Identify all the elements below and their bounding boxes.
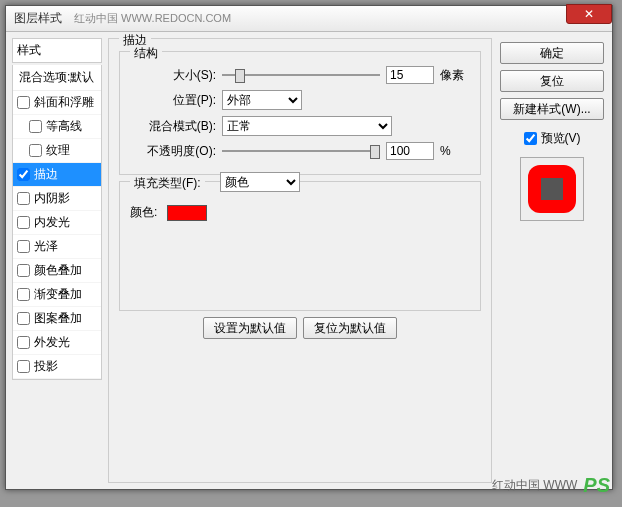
style-checkbox[interactable] (17, 360, 30, 373)
cancel-button[interactable]: 复位 (500, 70, 604, 92)
style-checkbox[interactable] (17, 216, 30, 229)
blendmode-label: 混合模式(B): (130, 118, 216, 135)
preview-icon (524, 161, 580, 217)
color-row: 颜色: (130, 204, 470, 221)
size-unit: 像素 (440, 67, 470, 84)
style-checkbox[interactable] (29, 144, 42, 157)
style-label: 内阴影 (34, 190, 70, 207)
style-label: 描边 (34, 166, 58, 183)
style-checkbox[interactable] (17, 192, 30, 205)
settings-column: 描边 结构 大小(S): 像素 位置(P): 外部 (108, 38, 492, 483)
footer-watermark: 红动中国 WWW PS (492, 474, 610, 497)
position-row: 位置(P): 外部 (130, 90, 470, 110)
size-slider[interactable] (222, 66, 380, 84)
style-item-1[interactable]: 等高线 (13, 115, 101, 139)
dialog-body: 样式 混合选项:默认 斜面和浮雕等高线纹理描边内阴影内发光光泽颜色叠加渐变叠加图… (6, 32, 612, 489)
style-label: 渐变叠加 (34, 286, 82, 303)
preview-checkbox[interactable] (524, 132, 537, 145)
style-checkbox[interactable] (17, 336, 30, 349)
default-buttons: 设置为默认值 复位为默认值 (119, 317, 481, 339)
style-label: 颜色叠加 (34, 262, 82, 279)
filltype-select[interactable]: 颜色 (220, 172, 300, 192)
position-select[interactable]: 外部 (222, 90, 302, 110)
style-item-6[interactable]: 光泽 (13, 235, 101, 259)
titlebar[interactable]: 图层样式 红动中国 WWW.REDOCN.COM ✕ (6, 6, 612, 32)
structure-group: 结构 大小(S): 像素 位置(P): 外部 (119, 51, 481, 175)
color-swatch[interactable] (167, 205, 207, 221)
style-label: 纹理 (46, 142, 70, 159)
style-item-2[interactable]: 纹理 (13, 139, 101, 163)
style-item-11[interactable]: 投影 (13, 355, 101, 379)
style-item-10[interactable]: 外发光 (13, 331, 101, 355)
style-checkbox[interactable] (17, 312, 30, 325)
style-item-3[interactable]: 描边 (13, 163, 101, 187)
style-label: 等高线 (46, 118, 82, 135)
structure-title: 结构 (130, 45, 162, 62)
color-label: 颜色: (130, 204, 157, 221)
style-label: 光泽 (34, 238, 58, 255)
blendmode-select[interactable]: 正常 (222, 116, 392, 136)
new-style-button[interactable]: 新建样式(W)... (500, 98, 604, 120)
style-checkbox[interactable] (29, 120, 42, 133)
style-checkbox[interactable] (17, 168, 30, 181)
preview-checkbox-row[interactable]: 预览(V) (524, 130, 581, 147)
layer-style-dialog: 图层样式 红动中国 WWW.REDOCN.COM ✕ 样式 混合选项:默认 斜面… (5, 5, 613, 490)
blendmode-row: 混合模式(B): 正常 (130, 116, 470, 136)
size-row: 大小(S): 像素 (130, 66, 470, 84)
close-button[interactable]: ✕ (566, 4, 612, 24)
style-checkbox[interactable] (17, 240, 30, 253)
style-checkbox[interactable] (17, 264, 30, 277)
opacity-slider[interactable] (222, 142, 380, 160)
set-default-button[interactable]: 设置为默认值 (203, 317, 297, 339)
styles-list: 混合选项:默认 斜面和浮雕等高线纹理描边内阴影内发光光泽颜色叠加渐变叠加图案叠加… (12, 65, 102, 380)
reset-default-button[interactable]: 复位为默认值 (303, 317, 397, 339)
style-item-8[interactable]: 渐变叠加 (13, 283, 101, 307)
style-label: 投影 (34, 358, 58, 375)
close-icon: ✕ (584, 7, 594, 21)
filltype-label: 填充类型(F): (130, 175, 205, 192)
styles-column: 样式 混合选项:默认 斜面和浮雕等高线纹理描边内阴影内发光光泽颜色叠加渐变叠加图… (12, 38, 102, 483)
titlebar-watermark: 红动中国 WWW.REDOCN.COM (74, 11, 231, 26)
style-label: 斜面和浮雕 (34, 94, 94, 111)
preview-thumbnail (520, 157, 584, 221)
style-label: 内发光 (34, 214, 70, 231)
opacity-input[interactable] (386, 142, 434, 160)
opacity-unit: % (440, 144, 470, 158)
ok-button[interactable]: 确定 (500, 42, 604, 64)
preview-label: 预览(V) (541, 130, 581, 147)
position-label: 位置(P): (130, 92, 216, 109)
action-column: 确定 复位 新建样式(W)... 预览(V) (498, 38, 606, 483)
svg-rect-1 (541, 178, 563, 200)
fill-group: 填充类型(F): 颜色 颜色: (119, 181, 481, 311)
style-item-9[interactable]: 图案叠加 (13, 307, 101, 331)
style-label: 外发光 (34, 334, 70, 351)
style-item-5[interactable]: 内发光 (13, 211, 101, 235)
style-checkbox[interactable] (17, 288, 30, 301)
style-checkbox[interactable] (17, 96, 30, 109)
opacity-row: 不透明度(O): % (130, 142, 470, 160)
window-title: 图层样式 (14, 10, 62, 27)
style-item-0[interactable]: 斜面和浮雕 (13, 91, 101, 115)
size-input[interactable] (386, 66, 434, 84)
style-label: 图案叠加 (34, 310, 82, 327)
style-item-4[interactable]: 内阴影 (13, 187, 101, 211)
blending-options[interactable]: 混合选项:默认 (13, 65, 101, 91)
style-item-7[interactable]: 颜色叠加 (13, 259, 101, 283)
opacity-label: 不透明度(O): (130, 143, 216, 160)
size-label: 大小(S): (130, 67, 216, 84)
ps-logo: PS (583, 474, 610, 497)
stroke-panel: 描边 结构 大小(S): 像素 位置(P): 外部 (108, 38, 492, 483)
styles-header: 样式 (12, 38, 102, 63)
